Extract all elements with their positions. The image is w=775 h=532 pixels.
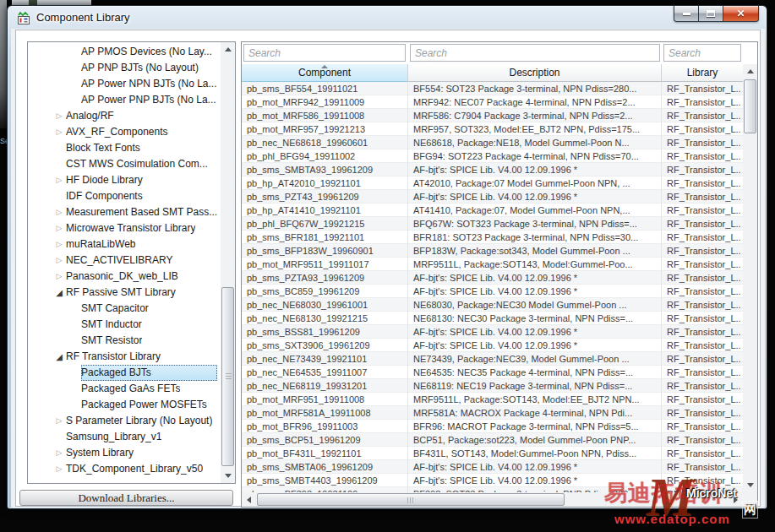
table-row[interactable]: pb_mot_MRF9511_19911017MRF9511L, Package… (242, 258, 743, 271)
tree-item-label: Packaged Power MOSFETs (81, 397, 207, 413)
table-row[interactable]: pb_mot_MRF581A_19911008MRF581A: MACROX P… (242, 406, 743, 420)
table-row[interactable]: pb_sms_PZT43_19961209AF-bjt's: SPICE Lib… (242, 190, 743, 204)
scroll-down-button[interactable] (221, 469, 235, 483)
tree-vertical-scrollbar[interactable] (221, 42, 235, 483)
table-row[interactable]: pb_mot_MRF942_19911009MRF942: NEC07 Pack… (242, 95, 743, 109)
expand-arrow-icon[interactable]: ▷ (53, 124, 65, 140)
tree-item[interactable]: AP PNP BJTs (No Layout) (28, 60, 221, 76)
download-libraries-button[interactable]: Download Libraries... (19, 490, 233, 506)
tree-item[interactable]: ▷S Parameter Library (No Layout) (28, 413, 221, 429)
tree-item[interactable]: SMT Resistor (28, 333, 221, 349)
table-row[interactable]: pb_nec_NE73439_19921101NE73439, Package:… (242, 352, 743, 366)
library-cell: RF_Transistor_L.. (662, 231, 743, 244)
table-row[interactable]: pb_sms_SXT3906_19961209AF-bjt's: SPICE L… (242, 339, 743, 352)
tree-item[interactable]: ▷Panasonic_DK_web_LIB (28, 269, 221, 285)
collapse-arrow-icon[interactable]: ◢ (53, 285, 65, 301)
collapse-arrow-icon[interactable]: ◢ (53, 349, 65, 365)
tree-item[interactable]: Packaged GaAs FETs (28, 381, 221, 397)
tree-item[interactable]: AP PMOS Devices (No Lay... (28, 44, 221, 60)
table-row[interactable]: pb_sms_BSS81_19961209AF-bjt's: SPICE Lib… (242, 325, 743, 339)
tree-item[interactable]: ▷AVX_RF_Components (28, 124, 221, 140)
table-row[interactable]: pb_nec_NE64535_19911007NE64535: NEC35 Pa… (242, 366, 743, 379)
tree-item[interactable]: Block Text Fonts (28, 140, 221, 156)
tree-item[interactable]: SMT Capacitor (28, 301, 221, 317)
tree-item[interactable]: Packaged BJTs (28, 365, 221, 381)
expand-arrow-icon[interactable]: ▷ (53, 269, 65, 285)
expand-arrow-icon[interactable]: ▷ (53, 461, 65, 477)
search-library-input[interactable] (663, 44, 741, 62)
scroll-left-button[interactable] (242, 492, 256, 507)
table-row[interactable]: pb_hp_AT42010_19921101AT42010, Package:0… (242, 176, 743, 190)
table-row[interactable]: pb_sms_BF554_19911021BF554: SOT23 Packag… (242, 82, 743, 95)
tree-item-label: IDF Components (66, 188, 143, 204)
table-row[interactable]: pb_phl_BFQ67W_19921215BFQ67W: SOT323 Pac… (242, 217, 743, 231)
table-row[interactable]: pb_mot_BFR96_19911003BFR96: MACROT Packa… (242, 420, 743, 433)
search-description-input[interactable] (410, 44, 660, 62)
table-row[interactable]: pb_sms_BFR181_19921101BFR181: SOT23 Pack… (242, 231, 743, 244)
table-row[interactable]: pb_mot_MRF957_19921213MRF957, SOT323, Mo… (242, 122, 743, 136)
description-cell: AF-bjt's: SPICE Lib. V4.00 12.09.1996 * (408, 325, 662, 339)
table-row[interactable]: pb_sms_SMBTA93_19961209AF-bjt's: SPICE L… (242, 163, 743, 176)
expand-arrow-icon[interactable]: ▷ (53, 236, 65, 252)
table-row[interactable]: pb_sms_BC859_19961209AF-bjt's: SPICE Lib… (242, 285, 743, 298)
table-row[interactable]: pb_mot_MRF586_19911008MRF586: C7904 Pack… (242, 109, 743, 122)
table-row[interactable]: pb_sms_SMBTA06_19961209AF-bjt's: SPICE L… (242, 460, 743, 474)
minimize-button[interactable] (674, 6, 698, 22)
tree-scrollbar-thumb[interactable] (221, 287, 234, 466)
table-row[interactable]: pb_sms_BCP51_19961209BCP51, Package:sot2… (242, 433, 743, 447)
expand-arrow-icon[interactable]: ▷ (53, 204, 65, 220)
tree-item[interactable]: ◢RF Transistor Library (28, 349, 221, 365)
column-header-component[interactable]: Component (242, 64, 408, 82)
tree-item[interactable]: ▷Measurement Based SMT Pass... (28, 204, 221, 220)
search-component-input[interactable] (243, 44, 406, 62)
table-row[interactable]: pb_mot_MRF951_19911008MRF9511L, Package:… (242, 393, 743, 406)
tree-item[interactable]: IDF Components (28, 188, 221, 204)
column-header-description[interactable]: Description (408, 64, 662, 82)
tree-item[interactable]: SMT Inductor (28, 317, 221, 333)
table-vertical-scrollbar[interactable] (743, 64, 757, 492)
maximize-button[interactable] (698, 6, 723, 22)
expand-arrow-icon[interactable]: ▷ (53, 252, 65, 269)
table-row[interactable]: pb_hp_AT41410_19921101AT41410, Package:0… (242, 204, 743, 217)
tree-item[interactable]: ▷System Library (28, 445, 221, 461)
table-row[interactable]: pb_sms_SMBT4403_19961209AF-bjt's: SPICE … (242, 474, 743, 487)
table-row[interactable]: pb_sms_PZTA93_19961209AF-bjt's: SPICE Li… (242, 271, 743, 285)
tree-item[interactable]: ◢RF Passive SMT Library (28, 285, 221, 301)
tree-item[interactable]: CST MWS Cosimulation Com... (28, 156, 221, 172)
tree-item[interactable]: ▷NEC_ACTIVELIBRARY (28, 252, 221, 269)
tree-item[interactable]: AP Power NPN BJTs (No La... (28, 76, 221, 92)
tree-item[interactable]: ▷muRataLibWeb (28, 236, 221, 252)
tree-item[interactable]: Samsung_Library_v1 (28, 429, 221, 445)
scroll-up-button[interactable] (221, 42, 235, 57)
table-row[interactable]: pb_phl_BFG94_19911002BFG94: SOT223 Packa… (242, 149, 743, 163)
table-row[interactable]: pb_nec_NE68030_19961001NE68030, Package:… (242, 298, 743, 312)
tree-item[interactable]: ▷HF Diode Library (28, 172, 221, 188)
close-button[interactable]: ✕ (723, 6, 759, 22)
scroll-right-button[interactable] (729, 492, 743, 507)
table-hscroll-thumb[interactable] (257, 493, 565, 506)
table-vscroll-thumb[interactable] (744, 79, 756, 133)
table-row[interactable]: pb_nec_NE68618_19960601NE68618, Package:… (242, 136, 743, 149)
tree-item[interactable]: ▷Analog/RF (28, 108, 221, 124)
table-row[interactable]: pb_nec_NE68130_19921215NE68130: NEC30 Pa… (242, 312, 743, 325)
component-cell: pb_hp_AT41410_19921101 (242, 204, 408, 217)
table-row[interactable]: pb_nec_NE68119_19931201NE68119: NEC19 Pa… (242, 379, 743, 393)
tree-item[interactable]: Packaged Power MOSFETs (28, 397, 221, 413)
expand-arrow-icon[interactable]: ▷ (53, 108, 65, 124)
scroll-down-button[interactable] (743, 478, 757, 492)
tree-item[interactable]: AP Power PNP BJTs (No La... (28, 92, 221, 108)
table-horizontal-scrollbar[interactable] (242, 492, 743, 507)
scroll-up-button[interactable] (743, 64, 757, 79)
titlebar[interactable]: Component Library ✕ (8, 6, 767, 30)
tree-item[interactable]: ▷Microwave Transistor Library (28, 220, 221, 236)
description-cell: MRF942: NEC07 Package 4-terminal, NPN Pd… (408, 95, 662, 109)
table-row[interactable]: pb_sms_BFP183W_19960901BFP183W, Package:… (242, 244, 743, 258)
expand-arrow-icon[interactable]: ▷ (53, 445, 65, 461)
expand-arrow-icon[interactable]: ▷ (53, 413, 65, 429)
tree-item[interactable]: ▷TDK_Component_Library_v50 (28, 461, 221, 477)
library-cell: RF_Transistor_L.. (662, 271, 743, 285)
table-row[interactable]: pb_mot_BF431L_19921101BF431L, SOT143, Mo… (242, 447, 743, 460)
column-header-library[interactable]: Library (662, 64, 743, 82)
expand-arrow-icon[interactable]: ▷ (53, 220, 65, 236)
expand-arrow-icon[interactable]: ▷ (53, 172, 65, 188)
